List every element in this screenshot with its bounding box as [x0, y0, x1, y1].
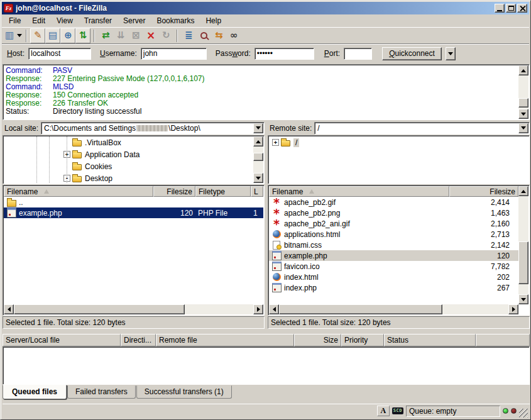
tree-item-application-data[interactable]: + Application Data — [4, 148, 253, 160]
queue-body[interactable] — [3, 346, 530, 385]
scroll-right-button[interactable] — [253, 304, 263, 314]
find-files-button[interactable]: ∞ — [226, 28, 241, 43]
synchronized-browsing-button[interactable]: ⇆ — [211, 28, 226, 43]
tab-queued-files[interactable]: Queued files — [3, 385, 67, 399]
column-header-server-local-file[interactable]: Server/Local file — [3, 334, 121, 346]
username-input[interactable] — [141, 48, 207, 60]
scroll-right-button[interactable] — [508, 304, 518, 314]
file-row[interactable]: bitnami.css 2,142 — [269, 240, 518, 250]
remote-list-hscrollbar[interactable] — [269, 304, 518, 314]
menu-transfer[interactable]: Transfer — [79, 15, 118, 26]
column-header-filesize[interactable]: Filesize — [449, 186, 518, 197]
remote-site-combobox[interactable]: / — [314, 122, 530, 135]
scroll-thumb[interactable] — [279, 304, 442, 314]
menu-help[interactable]: Help — [200, 15, 227, 26]
menu-bookmarks[interactable]: Bookmarks — [151, 15, 200, 26]
apache-feather-icon: * — [271, 198, 282, 207]
toggle-transfer-queue-button[interactable]: ⇅ — [75, 28, 90, 43]
scroll-down-button[interactable] — [253, 173, 263, 183]
tab-failed-transfers[interactable]: Failed transfers — [67, 385, 136, 399]
column-header-size[interactable]: Size — [294, 334, 341, 346]
tab-successful-transfers[interactable]: Successful transfers (1) — [136, 385, 232, 399]
minimize-button[interactable] — [495, 4, 505, 13]
column-header-filename[interactable]: Filename — [4, 186, 153, 197]
menu-edit[interactable]: Edit — [26, 15, 51, 26]
file-row[interactable]: *apache_pb2.png 1,463 — [269, 207, 518, 218]
scroll-thumb[interactable] — [518, 241, 528, 284]
refresh-button[interactable]: ⇄ — [98, 28, 113, 43]
encryption-indicator-icon[interactable]: SCD — [392, 407, 403, 414]
host-label: Host: — [7, 49, 25, 58]
reconnect-button[interactable]: ↻ — [158, 28, 173, 43]
sync-browsing-icon: ⇆ — [215, 31, 223, 40]
port-input[interactable] — [344, 48, 372, 60]
column-header-direction[interactable]: Directi... — [121, 334, 156, 346]
remote-list-vscrollbar[interactable] — [518, 186, 528, 304]
maximize-button[interactable] — [506, 4, 516, 13]
scroll-up-button[interactable] — [518, 65, 528, 75]
process-queue-button[interactable]: ⇊ — [113, 28, 128, 43]
menu-server[interactable]: Server — [118, 15, 151, 26]
file-row[interactable]: favicon.ico 7,782 — [269, 261, 518, 272]
file-row[interactable]: index.php 267 — [269, 282, 518, 293]
file-row-parent-dir[interactable]: .. — [4, 197, 263, 207]
scroll-down-button[interactable] — [518, 294, 528, 304]
toggle-remote-tree-button[interactable]: ⊕ — [60, 28, 75, 43]
file-row[interactable]: *apache_pb2.gif 2,414 — [269, 197, 518, 207]
local-site-combobox[interactable]: C:\Documents and Settings\Desktop\ — [41, 122, 265, 135]
scroll-down-button[interactable] — [518, 109, 528, 119]
scroll-left-button[interactable] — [4, 304, 14, 314]
local-list-hscrollbar[interactable] — [4, 304, 263, 314]
scroll-up-button[interactable] — [253, 136, 263, 146]
disconnect-button[interactable]: × — [143, 28, 158, 43]
file-row[interactable]: *apache_pb2_ani.gif 2,160 — [269, 218, 518, 229]
local-tree-scrollbar[interactable] — [253, 136, 263, 183]
titlebar[interactable]: Fz john@localhost - FileZilla — [2, 2, 529, 14]
quickconnect-button[interactable]: Quickconnect — [382, 47, 442, 60]
column-header-remote-file[interactable]: Remote file — [156, 334, 294, 346]
scroll-thumb[interactable] — [14, 304, 185, 314]
tree-item-virtualbox[interactable]: .VirtualBox — [4, 136, 253, 148]
resize-grip[interactable] — [519, 409, 528, 417]
quickconnect-dropdown-button[interactable] — [446, 47, 456, 60]
ico-file-icon — [271, 262, 282, 271]
log-scrollbar[interactable] — [518, 65, 528, 119]
directory-comparison-button[interactable] — [196, 28, 211, 43]
file-name: apache_pb2_ani.gif — [284, 219, 350, 228]
scroll-thumb[interactable] — [253, 153, 263, 161]
scroll-left-button[interactable] — [269, 304, 279, 314]
cancel-operation-button[interactable]: ⊠ — [128, 28, 143, 43]
local-site-dropdown-button[interactable] — [253, 123, 263, 133]
column-header-filename[interactable]: Filename — [269, 186, 449, 197]
file-row-example-php[interactable]: example.php 120 PHP File 1 — [4, 207, 263, 218]
password-input[interactable] — [255, 48, 314, 60]
toggle-log-view-button[interactable]: ✎ — [30, 28, 45, 43]
column-header-status[interactable]: Status — [384, 334, 476, 346]
column-header-priority[interactable]: Priority — [341, 334, 384, 346]
scroll-up-button[interactable] — [518, 186, 528, 196]
column-header-filesize[interactable]: Filesize — [153, 186, 195, 197]
ascii-transfer-type-icon[interactable]: A — [377, 406, 390, 416]
toggle-local-tree-button[interactable]: ▤ — [45, 28, 60, 43]
expand-plus-icon[interactable]: + — [272, 139, 279, 146]
file-row[interactable]: index.html 202 — [269, 272, 518, 282]
remote-tree-icon: ⊕ — [64, 31, 72, 40]
remote-site-dropdown-button[interactable] — [518, 123, 528, 133]
scroll-thumb[interactable] — [518, 98, 528, 108]
site-manager-button[interactable]: ▥ — [4, 28, 23, 43]
window-title: john@localhost - FileZilla — [16, 4, 495, 13]
column-header-lastmodified[interactable]: L — [251, 186, 263, 197]
host-input[interactable] — [28, 48, 91, 60]
tree-guide — [49, 136, 50, 183]
tree-item-root[interactable]: + / — [269, 136, 528, 148]
menu-file[interactable]: File — [3, 15, 26, 26]
menu-view[interactable]: View — [51, 15, 79, 26]
file-row[interactable]: applications.html 2,713 — [269, 229, 518, 240]
close-button[interactable] — [517, 4, 527, 13]
tree-item-cookies[interactable]: Cookies — [4, 160, 253, 172]
column-header-filetype[interactable]: Filetype — [195, 186, 251, 197]
tree-item-desktop[interactable]: - Desktop — [4, 172, 253, 183]
filezilla-window: Fz john@localhost - FileZilla File Edit … — [0, 0, 531, 420]
file-row-selected[interactable]: example.php 120 — [269, 250, 518, 261]
directory-filters-button[interactable]: ≣ — [181, 28, 196, 43]
